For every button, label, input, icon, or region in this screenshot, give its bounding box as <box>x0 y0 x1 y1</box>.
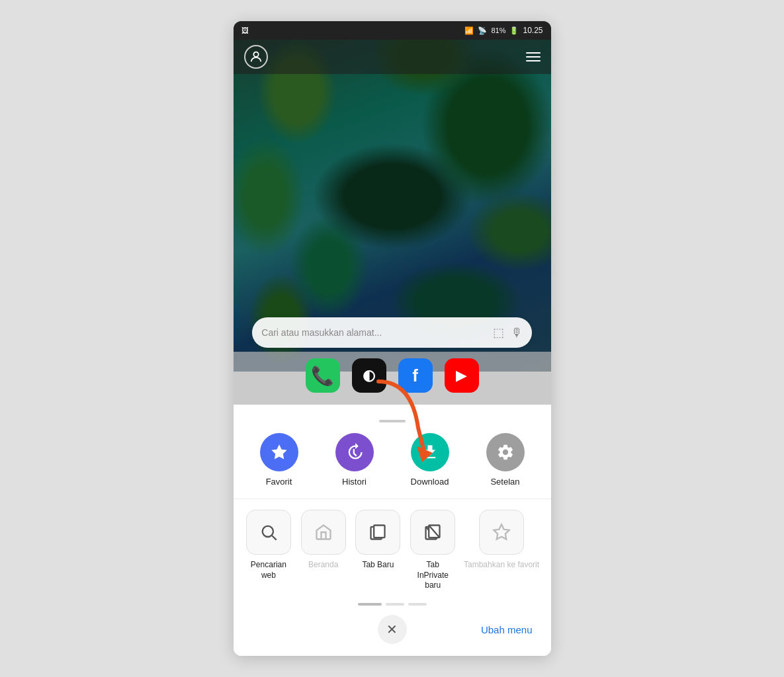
scan-icon[interactable]: ⬚ <box>493 325 504 340</box>
svg-point-0 <box>253 52 258 57</box>
pencarian-web-label: Pencarianweb <box>251 560 286 580</box>
tab-baru-label: Tab Baru <box>362 560 394 571</box>
phone-container: 🖼 📶 📡 81% 🔋 10.25 Cari atau masu <box>234 21 551 656</box>
battery-icon: 🔋 <box>509 26 519 35</box>
histori-label: Histori <box>342 477 367 487</box>
tambahkan-label: Tambahkan ke favorit <box>464 560 539 571</box>
beranda-label: Beranda <box>308 560 338 571</box>
dots-row <box>234 596 551 611</box>
shortcut-youtube[interactable]: ▶ <box>445 358 479 393</box>
grid-item-tab-inprivate[interactable]: TabInPrivatebaru <box>409 510 457 591</box>
histori-circle <box>335 433 374 471</box>
search-bar-area: Cari atau masukkan alamat... ⬚ 🎙 <box>234 317 551 348</box>
grid-item-pencarian-web[interactable]: Pencarianweb <box>245 510 292 591</box>
svg-line-3 <box>272 536 276 539</box>
dot-2 <box>386 603 404 606</box>
grid-item-beranda[interactable]: Beranda <box>300 510 347 591</box>
beranda-box <box>301 510 346 555</box>
shortcut-app2[interactable]: ◐ <box>352 358 386 393</box>
download-label: Download <box>411 477 449 487</box>
profile-icon[interactable] <box>244 45 268 69</box>
download-circle <box>411 433 449 471</box>
dot-1 <box>358 603 382 606</box>
bottom-sheet-handle <box>379 420 406 422</box>
wifi-icon: 📶 <box>464 26 474 35</box>
tab-inprivate-label: TabInPrivatebaru <box>417 560 449 591</box>
menu-item-setelan[interactable]: Setelan <box>482 433 529 487</box>
search-bar[interactable]: Cari atau masukkan alamat... ⬚ 🎙 <box>252 317 531 348</box>
bottom-sheet: Favorit Histori Download <box>234 413 551 656</box>
battery-percent: 81% <box>491 26 505 34</box>
setelan-circle <box>486 433 525 471</box>
tab-baru-box <box>355 510 400 555</box>
grid-item-tab-baru[interactable]: Tab Baru <box>354 510 402 591</box>
microphone-icon[interactable]: 🎙 <box>511 326 523 340</box>
status-bar-right: 📶 📡 81% 🔋 10.25 <box>464 26 543 35</box>
search-placeholder: Cari atau masukkan alamat... <box>261 327 487 338</box>
grid-item-tambahkan[interactable]: Tambahkan ke favorit <box>464 510 539 591</box>
favorit-circle <box>260 433 298 471</box>
close-icon: ✕ <box>386 621 398 637</box>
favorit-label: Favorit <box>266 477 292 487</box>
svg-rect-5 <box>374 526 385 538</box>
menu-row: Favorit Histori Download <box>234 433 551 499</box>
bottom-actions: ✕ Ubah menu <box>234 611 551 651</box>
status-bar-left: 🖼 <box>241 26 249 34</box>
grid-row: Pencarianweb Beranda T <box>234 499 551 596</box>
shortcuts-row: 📞 ◐ f ▶ <box>234 358 551 393</box>
pencarian-web-box <box>246 510 291 555</box>
tab-inprivate-box <box>410 510 455 555</box>
menu-item-download[interactable]: Download <box>406 433 454 487</box>
image-icon: 🖼 <box>241 26 249 34</box>
hamburger-menu-icon[interactable] <box>526 52 541 61</box>
ubah-menu-button[interactable]: Ubah menu <box>481 624 533 635</box>
menu-item-histori[interactable]: Histori <box>331 433 378 487</box>
status-time: 10.25 <box>523 26 543 35</box>
browser-top-bar <box>234 40 551 74</box>
signal-icon: 📡 <box>478 26 487 35</box>
setelan-label: Setelan <box>490 477 519 487</box>
dot-3 <box>408 603 427 606</box>
status-bar: 🖼 📶 📡 81% 🔋 10.25 <box>234 21 551 40</box>
close-button[interactable]: ✕ <box>378 615 407 644</box>
tambahkan-box <box>479 510 524 555</box>
svg-point-2 <box>263 526 273 537</box>
menu-item-favorit[interactable]: Favorit <box>255 433 303 487</box>
shortcut-facebook[interactable]: f <box>398 358 433 393</box>
shortcut-phone[interactable]: 📞 <box>306 358 340 393</box>
search-bar-icons: ⬚ 🎙 <box>493 325 523 340</box>
